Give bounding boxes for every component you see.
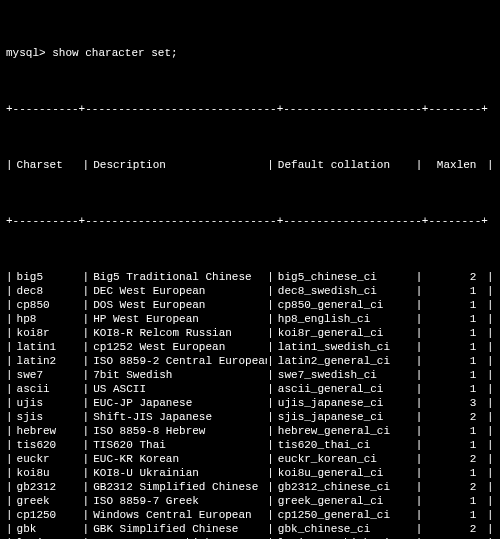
cell-collation: cp850_general_ci — [274, 298, 416, 312]
pipe-icon: | — [83, 270, 90, 284]
pipe-icon: | — [6, 522, 13, 536]
pipe-icon: | — [267, 312, 274, 326]
table-border-mid: +----------+----------------------------… — [6, 214, 494, 228]
table-row: |latin2|ISO 8859-2 Central European|lati… — [6, 354, 494, 368]
cell-charset: koi8u — [13, 466, 83, 480]
cell-maxlen: 1 — [422, 508, 480, 522]
cell-charset: hebrew — [13, 424, 83, 438]
pipe-icon: | — [480, 494, 493, 508]
sql-command: show character set; — [52, 47, 177, 59]
pipe-icon: | — [6, 326, 13, 340]
pipe-icon: | — [267, 494, 274, 508]
cell-collation: cp1250_general_ci — [274, 508, 416, 522]
cell-charset: greek — [13, 494, 83, 508]
pipe-icon: | — [6, 270, 13, 284]
pipe-icon: | — [416, 354, 423, 368]
table-row: |tis620|TIS620 Thai|tis620_thai_ci|1 | — [6, 438, 494, 452]
cell-maxlen: 1 — [422, 284, 480, 298]
cell-maxlen: 3 — [422, 396, 480, 410]
pipe-icon: | — [267, 284, 274, 298]
cell-maxlen: 1 — [422, 466, 480, 480]
cell-charset: koi8r — [13, 326, 83, 340]
terminal-output: mysql> show character set; +----------+-… — [0, 0, 500, 539]
table-row: |cp1250|Windows Central European|cp1250_… — [6, 508, 494, 522]
pipe-icon: | — [416, 480, 423, 494]
cell-maxlen: 2 — [422, 452, 480, 466]
cell-description: 7bit Swedish — [89, 368, 267, 382]
table-row: |cp850|DOS West European|cp850_general_c… — [6, 298, 494, 312]
header-description: Description — [89, 158, 267, 172]
pipe-icon: | — [416, 452, 423, 466]
pipe-icon: | — [267, 480, 274, 494]
cell-collation: sjis_japanese_ci — [274, 410, 416, 424]
pipe-icon: | — [83, 340, 90, 354]
header-collation: Default collation — [274, 158, 416, 172]
cell-description: EUC-JP Japanese — [89, 396, 267, 410]
pipe-icon: | — [267, 368, 274, 382]
table-row: |hebrew|ISO 8859-8 Hebrew|hebrew_general… — [6, 424, 494, 438]
cell-collation: koi8u_general_ci — [274, 466, 416, 480]
pipe-icon: | — [6, 158, 13, 172]
pipe-icon: | — [267, 452, 274, 466]
cell-charset: gb2312 — [13, 480, 83, 494]
pipe-icon: | — [480, 508, 493, 522]
pipe-icon: | — [83, 508, 90, 522]
cell-maxlen: 1 — [422, 494, 480, 508]
cell-collation: dec8_swedish_ci — [274, 284, 416, 298]
cell-charset: hp8 — [13, 312, 83, 326]
pipe-icon: | — [83, 298, 90, 312]
pipe-icon: | — [480, 396, 493, 410]
table-row: |euckr|EUC-KR Korean|euckr_korean_ci|2 | — [6, 452, 494, 466]
pipe-icon: | — [416, 340, 423, 354]
cell-maxlen: 1 — [422, 340, 480, 354]
pipe-icon: | — [6, 508, 13, 522]
cell-collation: greek_general_ci — [274, 494, 416, 508]
cell-description: DEC West European — [89, 284, 267, 298]
cell-charset: dec8 — [13, 284, 83, 298]
pipe-icon: | — [480, 340, 493, 354]
pipe-icon: | — [267, 522, 274, 536]
cell-maxlen: 1 — [422, 438, 480, 452]
pipe-icon: | — [416, 312, 423, 326]
table-row: |ujis|EUC-JP Japanese|ujis_japanese_ci|3… — [6, 396, 494, 410]
pipe-icon: | — [416, 522, 423, 536]
cell-description: cp1252 West European — [89, 340, 267, 354]
cell-description: EUC-KR Korean — [89, 452, 267, 466]
table-row: |koi8r|KOI8-R Relcom Russian|koi8r_gener… — [6, 326, 494, 340]
cell-collation: swe7_swedish_ci — [274, 368, 416, 382]
pipe-icon: | — [6, 284, 13, 298]
pipe-icon: | — [416, 438, 423, 452]
table-row: |hp8|HP West European|hp8_english_ci|1 | — [6, 312, 494, 326]
cell-maxlen: 2 — [422, 410, 480, 424]
table-row: |sjis|Shift-JIS Japanese|sjis_japanese_c… — [6, 410, 494, 424]
pipe-icon: | — [83, 326, 90, 340]
pipe-icon: | — [6, 396, 13, 410]
cell-collation: latin1_swedish_ci — [274, 340, 416, 354]
cell-charset: ujis — [13, 396, 83, 410]
pipe-icon: | — [83, 480, 90, 494]
cell-description: Big5 Traditional Chinese — [89, 270, 267, 284]
pipe-icon: | — [6, 340, 13, 354]
cell-description: ISO 8859-2 Central European — [89, 354, 267, 368]
table-row: |ascii|US ASCII|ascii_general_ci|1 | — [6, 382, 494, 396]
pipe-icon: | — [416, 298, 423, 312]
pipe-icon: | — [267, 424, 274, 438]
pipe-icon: | — [83, 368, 90, 382]
pipe-icon: | — [83, 312, 90, 326]
pipe-icon: | — [6, 466, 13, 480]
cell-charset: latin2 — [13, 354, 83, 368]
pipe-icon: | — [480, 354, 493, 368]
pipe-icon: | — [416, 508, 423, 522]
pipe-icon: | — [83, 494, 90, 508]
pipe-icon: | — [416, 284, 423, 298]
pipe-icon: | — [416, 396, 423, 410]
cell-charset: ascii — [13, 382, 83, 396]
pipe-icon: | — [83, 158, 90, 172]
pipe-icon: | — [6, 452, 13, 466]
pipe-icon: | — [83, 466, 90, 480]
pipe-icon: | — [416, 382, 423, 396]
pipe-icon: | — [416, 326, 423, 340]
pipe-icon: | — [267, 354, 274, 368]
header-charset: Charset — [13, 158, 83, 172]
cell-description: ISO 8859-8 Hebrew — [89, 424, 267, 438]
